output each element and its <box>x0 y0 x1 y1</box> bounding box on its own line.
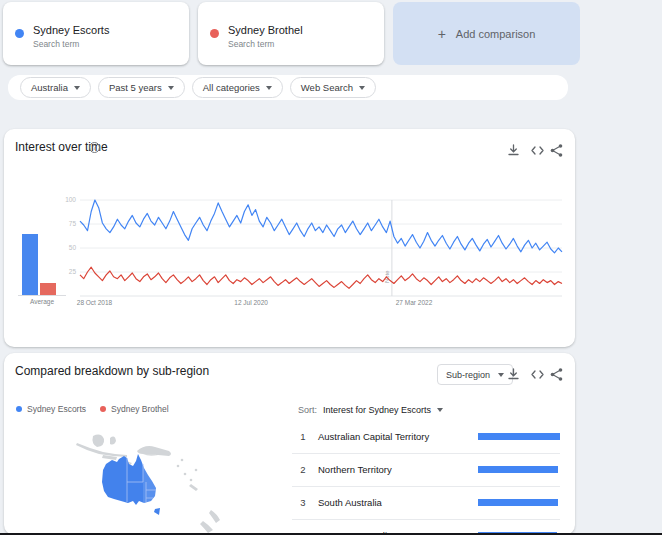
region-rank: 3 <box>296 497 310 508</box>
share-icon[interactable] <box>549 143 564 158</box>
series-blue-dot <box>16 406 22 412</box>
average-bar-sydney-escorts[interactable] <box>22 234 38 296</box>
section-title: Compared breakdown by sub-region <box>15 364 209 378</box>
add-comparison-button[interactable]: + Add comparison <box>393 2 580 65</box>
filter-bar: Australia Past 5 years All categories We… <box>8 75 568 100</box>
filter-time-dropdown[interactable]: Past 5 years <box>98 77 185 98</box>
average-axis-line <box>18 295 66 296</box>
chevron-down-icon <box>498 373 504 377</box>
sort-value: Interest for Sydney Escorts <box>323 405 431 415</box>
google-trends-page: Sydney Escorts Search term Sydney Brothe… <box>0 0 662 535</box>
average-label: Average <box>18 298 66 305</box>
chart-legend: Sydney Escorts Sydney Brothel <box>16 404 169 414</box>
help-icon[interactable]: ? <box>89 142 100 153</box>
comparison-row: Sydney Escorts Search term Sydney Brothe… <box>3 2 580 65</box>
term-sublabel: Search term <box>33 39 79 49</box>
chevron-down-icon <box>359 86 365 90</box>
filter-label: All categories <box>203 82 260 93</box>
plus-icon: + <box>438 27 446 41</box>
add-comparison-label: Add comparison <box>456 28 536 40</box>
series-blue-dot <box>15 29 24 38</box>
region-name: Northern Territory <box>318 464 392 475</box>
subregion-row-1[interactable]: 1 Australian Capital Territory <box>292 421 560 454</box>
filter-searchtype-dropdown[interactable]: Web Search <box>290 77 376 98</box>
term-label: Sydney Escorts <box>33 24 109 36</box>
svg-text:100: 100 <box>65 196 76 203</box>
term-label: Sydney Brothel <box>228 24 303 36</box>
chevron-down-icon <box>74 86 80 90</box>
download-icon[interactable] <box>506 367 521 382</box>
term-card-sydney-brothel[interactable]: Sydney Brothel Search term <box>198 2 384 65</box>
region-bar <box>478 499 560 506</box>
filter-label: Australia <box>31 82 68 93</box>
filter-label: Web Search <box>301 82 353 93</box>
chevron-down-icon <box>266 86 272 90</box>
legend-item-sydney-escorts: Sydney Escorts <box>16 404 86 414</box>
sort-label: Sort: <box>298 405 317 415</box>
share-icon[interactable] <box>549 367 564 382</box>
series-red-dot <box>100 406 106 412</box>
svg-text:12 Jul 2020: 12 Jul 2020 <box>234 299 268 306</box>
svg-text:75: 75 <box>69 220 77 227</box>
svg-text:50: 50 <box>69 244 77 251</box>
subregion-dropdown[interactable]: Sub-region <box>437 364 513 385</box>
region-name: South Australia <box>318 497 382 508</box>
average-bar-sydney-brothel[interactable] <box>40 283 56 296</box>
average-bars: Average <box>18 225 68 305</box>
sort-control[interactable]: Sort: Interest for Sydney Escorts <box>298 405 443 415</box>
region-rank: 2 <box>296 464 310 475</box>
svg-text:25: 25 <box>69 268 77 275</box>
legend-label: Sydney Brothel <box>111 404 169 414</box>
legend-label: Sydney Escorts <box>27 404 86 414</box>
embed-code-icon[interactable] <box>530 143 545 158</box>
svg-text:28 Oct 2018: 28 Oct 2018 <box>77 299 113 306</box>
term-sublabel: Search term <box>228 39 274 49</box>
region-bar <box>478 433 560 440</box>
region-rank: 1 <box>296 431 310 442</box>
download-icon[interactable] <box>506 143 521 158</box>
embed-code-icon[interactable] <box>530 367 545 382</box>
svg-text:27 Mar 2022: 27 Mar 2022 <box>396 299 433 306</box>
subregion-card: Compared breakdown by sub-region Sub-reg… <box>4 353 575 535</box>
filter-label: Past 5 years <box>109 82 162 93</box>
legend-item-sydney-brothel: Sydney Brothel <box>100 404 169 414</box>
term-card-sydney-escorts[interactable]: Sydney Escorts Search term <box>3 2 189 65</box>
region-name: Australian Capital Territory <box>318 431 429 442</box>
subregion-list: 1 Australian Capital Territory 2 Norther… <box>292 421 560 535</box>
series-red-dot <box>210 29 219 38</box>
subregion-row-3[interactable]: 3 South Australia <box>292 487 560 520</box>
australia-map[interactable] <box>15 418 295 535</box>
chevron-down-icon <box>437 408 443 412</box>
filter-category-dropdown[interactable]: All categories <box>192 77 283 98</box>
interest-over-time-chart[interactable]: 100755025Note28 Oct 201812 Jul 202027 Ma… <box>62 195 566 307</box>
interest-over-time-card: Interest over time ? Average 100755025No… <box>4 129 575 347</box>
chevron-down-icon <box>168 86 174 90</box>
svg-text:Note: Note <box>384 270 390 283</box>
filter-region-dropdown[interactable]: Australia <box>20 77 91 98</box>
subregion-dropdown-label: Sub-region <box>446 370 490 380</box>
subregion-row-2[interactable]: 2 Northern Territory <box>292 454 560 487</box>
region-bar <box>478 466 560 473</box>
